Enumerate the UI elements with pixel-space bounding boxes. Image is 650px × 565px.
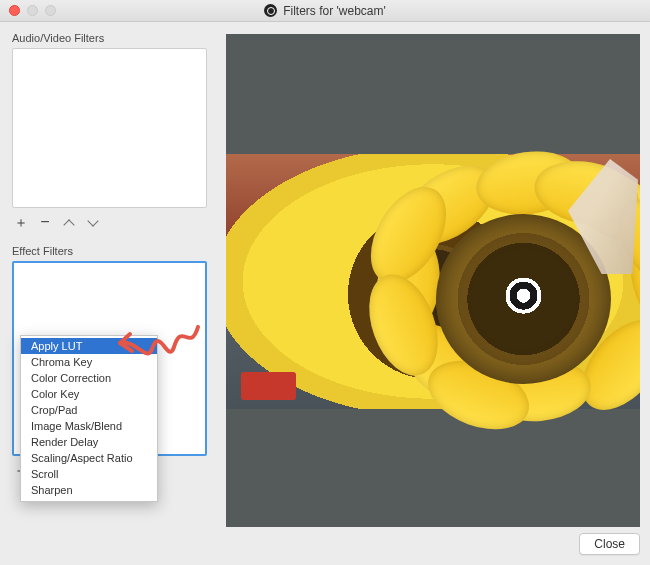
content: Audio/Video Filters Effect Filters Apply…: [0, 22, 650, 565]
effect-filters-label: Effect Filters: [12, 245, 212, 257]
window-title: Filters for 'webcam': [0, 4, 650, 18]
menu-item-color-correction[interactable]: Color Correction: [21, 370, 157, 386]
app-icon: [264, 4, 277, 17]
window-title-text: Filters for 'webcam': [283, 4, 386, 18]
minimize-window-button[interactable]: [27, 5, 38, 16]
menu-item-render-delay[interactable]: Render Delay: [21, 434, 157, 450]
close-window-button[interactable]: [9, 5, 20, 16]
left-panel: Audio/Video Filters Effect Filters Apply…: [0, 22, 220, 565]
audio-video-filters-label: Audio/Video Filters: [12, 32, 212, 44]
audio-video-filters-list[interactable]: [12, 48, 207, 208]
add-effect-filter-menu[interactable]: Apply LUT Chroma Key Color Correction Co…: [20, 335, 158, 502]
footer: Close: [226, 527, 640, 555]
menu-item-apply-lut[interactable]: Apply LUT: [21, 338, 157, 354]
remove-av-filter-button[interactable]: [38, 215, 52, 233]
move-av-filter-up-button[interactable]: [62, 215, 76, 232]
menu-item-color-key[interactable]: Color Key: [21, 386, 157, 402]
menu-item-sharpen[interactable]: Sharpen: [21, 482, 157, 498]
effect-filters-list[interactable]: Apply LUT Chroma Key Color Correction Co…: [12, 261, 207, 456]
menu-item-chroma-key[interactable]: Chroma Key: [21, 354, 157, 370]
add-av-filter-button[interactable]: [14, 214, 28, 233]
menu-item-image-mask-blend[interactable]: Image Mask/Blend: [21, 418, 157, 434]
titlebar: Filters for 'webcam': [0, 0, 650, 22]
audio-video-toolbar: [12, 208, 212, 245]
menu-item-scaling-aspect[interactable]: Scaling/Aspect Ratio: [21, 450, 157, 466]
preview-area: [226, 34, 640, 527]
window-controls: [0, 5, 56, 16]
menu-item-crop-pad[interactable]: Crop/Pad: [21, 402, 157, 418]
menu-item-scroll[interactable]: Scroll: [21, 466, 157, 482]
move-av-filter-down-button[interactable]: [86, 215, 100, 232]
zoom-window-button[interactable]: [45, 5, 56, 16]
decoration: [241, 372, 296, 400]
close-button[interactable]: Close: [579, 533, 640, 555]
right-panel: Close: [220, 22, 650, 565]
